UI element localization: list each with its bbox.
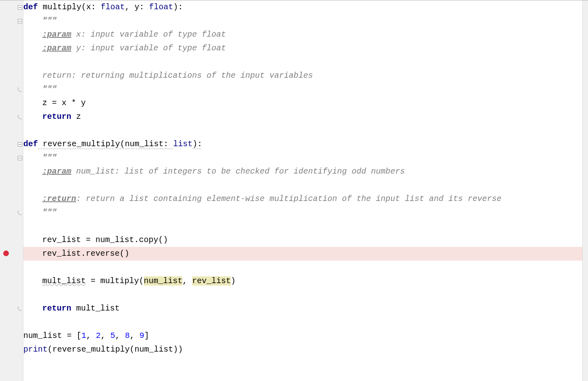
text: ) (231, 276, 236, 286)
doctag: :param (42, 167, 71, 176)
text: rev_list = num_list.copy() (42, 235, 168, 244)
text: = multiply( (86, 276, 144, 286)
fold-minus-icon[interactable] (17, 19, 22, 23)
text: reverse_multiply(num_list: (38, 139, 173, 149)
fold-end-icon[interactable] (17, 87, 22, 92)
text: (reverse_multiply(num_list)) (48, 345, 183, 354)
number: 5 (110, 331, 115, 340)
number: 9 (139, 331, 144, 340)
text: rev_list.reverse() (42, 249, 129, 258)
code-line[interactable]: """ (23, 83, 588, 96)
builtin: print (23, 345, 48, 354)
highlighted-arg: rev_list (192, 276, 231, 286)
doctag: :return (42, 194, 76, 203)
text: , (182, 276, 192, 286)
marker-strip[interactable] (582, 0, 588, 381)
code-line[interactable]: def multiply(x: float, y: float): (23, 0, 588, 14)
code-editor: def multiply(x: float, y: float): """ :p… (0, 0, 588, 381)
code-line[interactable] (23, 261, 588, 274)
doctag: :param (42, 30, 71, 39)
text: z = x * y (42, 98, 86, 108)
code-line[interactable]: def reverse_multiply(num_list: list): (23, 137, 588, 151)
number: 8 (125, 331, 130, 340)
keyword-return: return (42, 112, 71, 121)
docstring: """ (42, 153, 57, 162)
text: , (101, 331, 110, 340)
code-line[interactable]: num_list = [1, 2, 5, 8, 9] (23, 329, 588, 343)
code-line-breakpoint[interactable]: rev_list.reverse() (23, 247, 588, 261)
text: multiply(x: (38, 2, 101, 12)
fold-end-icon[interactable] (17, 210, 22, 215)
fold-minus-icon[interactable] (17, 142, 22, 147)
keyword-def: def (23, 139, 38, 149)
code-line[interactable]: return mult_list (23, 302, 588, 315)
code-line[interactable]: :param x: input variable of type float (23, 28, 588, 41)
code-line[interactable] (23, 219, 588, 233)
docstring: return: returning multiplications of the… (42, 71, 313, 80)
fold-end-icon[interactable] (17, 114, 22, 119)
text: num_list = [ (23, 331, 81, 340)
code-line[interactable]: :param y: input variable of type float (23, 41, 588, 55)
docstring: """ (42, 208, 57, 217)
code-line[interactable] (23, 315, 588, 329)
text: , y: (125, 2, 149, 12)
code-line[interactable] (23, 55, 588, 69)
code-line[interactable] (23, 178, 588, 192)
keyword-return: return (42, 304, 71, 313)
docstring: num_list: list of integers to be checked… (71, 167, 405, 176)
code-line[interactable]: return: returning multiplications of the… (23, 69, 588, 83)
docstring: """ (42, 85, 57, 94)
highlighted-arg: num_list (144, 276, 182, 286)
text: , (115, 331, 125, 340)
code-line[interactable] (23, 124, 588, 137)
text: ): (193, 139, 202, 149)
text: mult_list (71, 304, 120, 313)
docstring: x: input variable of type float (71, 30, 226, 39)
code-line[interactable]: z = x * y (23, 96, 588, 110)
breakpoint-marker[interactable] (3, 251, 9, 256)
text: , (130, 331, 139, 340)
code-line[interactable]: print(reverse_multiply(num_list)) (23, 343, 588, 356)
code-line[interactable] (23, 288, 588, 302)
number: 1 (81, 331, 86, 340)
type: float (149, 2, 173, 12)
code-line[interactable]: mult_list = multiply(num_list, rev_list) (23, 274, 588, 288)
number: 2 (96, 331, 101, 340)
fold-minus-icon[interactable] (17, 5, 22, 10)
code-line[interactable]: """ (23, 14, 588, 28)
code-area[interactable]: def multiply(x: float, y: float): """ :p… (23, 0, 588, 381)
code-line[interactable]: rev_list = num_list.copy() (23, 233, 588, 247)
keyword-def: def (23, 2, 38, 12)
code-line[interactable]: return z (23, 110, 588, 124)
fold-end-icon[interactable] (17, 306, 22, 311)
docstring: """ (42, 16, 57, 25)
doctag: :param (42, 43, 71, 53)
fold-minus-icon[interactable] (17, 155, 22, 160)
code-line[interactable]: """ (23, 206, 588, 219)
text: z (71, 112, 81, 121)
type: float (101, 2, 125, 12)
text: , (86, 331, 96, 340)
docstring: y: input variable of type float (71, 43, 226, 53)
code-line[interactable]: :return: return a list containing elemen… (23, 192, 588, 206)
code-line[interactable]: :param num_list: list of integers to be … (23, 165, 588, 178)
text: mult_list (42, 276, 86, 286)
docstring: : return a list containing element-wise … (76, 194, 501, 203)
gutter (0, 0, 23, 381)
text: ): (173, 2, 183, 12)
type: list (173, 139, 193, 149)
code-line[interactable]: """ (23, 151, 588, 165)
text: ] (144, 331, 149, 340)
